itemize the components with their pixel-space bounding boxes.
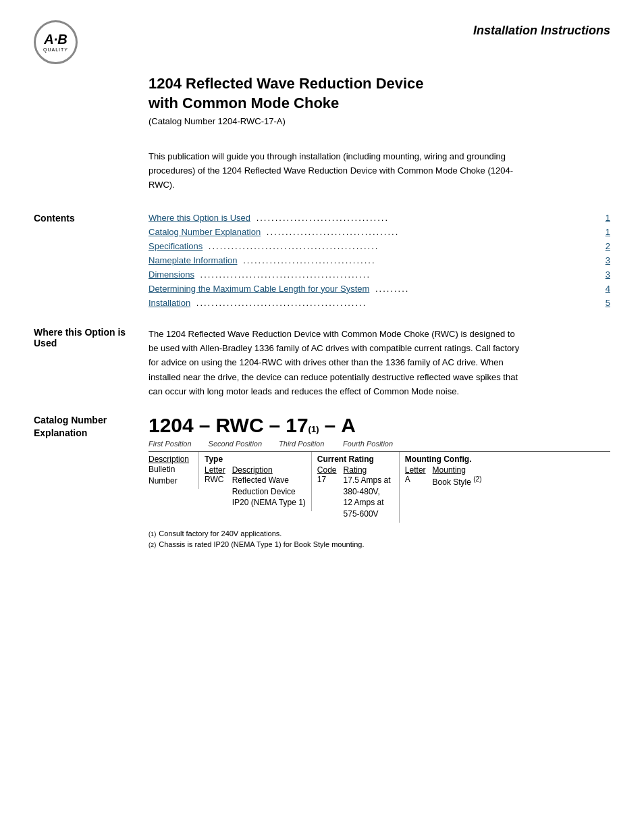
cat-sep3: –: [325, 414, 336, 437]
cat-pos3-italic-wrap: Third Position: [279, 438, 326, 448]
cat-pos1-detail: Description BulletinNumber: [149, 452, 199, 490]
cat-pos4-code: A: [341, 414, 356, 437]
cat-pos4-detail: Mounting Config. Letter A Mounting Book …: [400, 452, 487, 491]
catalog-explanation-section: Catalog Number Explanation 1204 – RWC – …: [34, 414, 610, 548]
where-used-text: The 1204 Reflected Wave Reduction Device…: [149, 327, 527, 399]
cat-pos1-number: 1204: [149, 414, 194, 437]
cat-pos1-italic: First Position: [149, 440, 192, 448]
contents-label: Contents: [34, 213, 149, 312]
toc-page-2[interactable]: 1: [606, 227, 610, 237]
cat-pos3-col-header1: Code: [317, 465, 337, 475]
cat-pos1-col-value: BulletinNumber: [149, 464, 193, 487]
cat-pos3-code: 17: [286, 414, 308, 437]
toc-page-6[interactable]: 4: [606, 284, 610, 294]
logo-circle: A·B QUALITY: [34, 20, 78, 64]
where-used-label: Where this Option is Used: [34, 327, 149, 399]
toc-item-6: Determining the Maximum Cable Length for…: [149, 284, 610, 294]
cat-pos2-col-header1: Letter: [205, 465, 225, 475]
cat-pos2-col-header2: Description: [232, 465, 306, 475]
toc-dots-3: ........................................…: [205, 241, 603, 251]
toc-item-3: Specifications .........................…: [149, 241, 610, 251]
cat-pos3-col-value1: 17: [317, 475, 337, 484]
cat-pos4-col-value1: A: [405, 475, 426, 484]
toc-item-7: Installation ...........................…: [149, 298, 610, 308]
toc-link-1[interactable]: Where this Option is Used: [149, 213, 250, 223]
cat-pos4-italic: Fourth Position: [343, 440, 393, 448]
cat-pos4-letter-col: Letter A: [405, 465, 426, 488]
logo-ab-text: A·B: [44, 32, 67, 46]
cat-pos4-superscript: (2): [473, 475, 481, 483]
main-title-section: 1204 Reflected Wave Reduction Device wit…: [149, 74, 610, 192]
cat-pos2-italic: Second Position: [209, 440, 263, 448]
where-used-content: The 1204 Reflected Wave Reduction Device…: [149, 327, 610, 399]
cat-pos1-italic-wrap: First Position: [149, 438, 192, 448]
cat-pos4-col-value2: Book Style (2): [433, 475, 482, 488]
cat-sep1: –: [199, 414, 211, 437]
cat-pos4-mounting-col: Mounting Book Style (2): [433, 465, 482, 488]
cat-pos4-sub-header: Mounting Config.: [405, 454, 482, 464]
cat-pos2-code: RWC: [215, 414, 263, 437]
main-title: 1204 Reflected Wave Reduction Device wit…: [149, 74, 610, 113]
toc-link-4[interactable]: Nameplate Information: [149, 255, 238, 265]
toc-dots-1: ...................................: [252, 213, 603, 223]
cat-pos4-col-header2: Mounting: [433, 465, 482, 475]
toc-item-5: Dimensions .............................…: [149, 269, 610, 280]
toc-dots-4: ...................................: [240, 255, 603, 265]
toc-item-4: Nameplate Information ..................…: [149, 255, 610, 265]
toc-dots-6: .........: [371, 284, 603, 294]
cat-pos3-col-value2: 17.5 Amps at380-480V,12 Amps at575-600V: [344, 475, 391, 520]
toc-dots-5: ........................................…: [196, 269, 603, 280]
toc-link-3[interactable]: Specifications: [149, 241, 203, 251]
where-used-section: Where this Option is Used The 1204 Refle…: [34, 327, 610, 399]
toc-item-2: Catalog Number Explanation .............…: [149, 227, 610, 237]
cat-details-row: Description BulletinNumber Type Letter R…: [149, 451, 610, 523]
cat-pos1-col-header: Description: [149, 454, 193, 464]
catalog-subtitle: (Catalog Number 1204-RWC-17-A): [149, 116, 610, 126]
cat-pos2-letter-col: Letter RWC: [205, 465, 225, 509]
page: A·B QUALITY Installation Instructions 12…: [0, 0, 644, 834]
catalog-explanation-label: Catalog Number Explanation: [34, 414, 149, 548]
intro-text: This publication will guide you through …: [149, 150, 513, 192]
catalog-explanation-content: 1204 – RWC – 17 (1) – A First Position S…: [149, 414, 610, 548]
fn2-num: (2): [149, 542, 156, 548]
cat-pos3-italic: Third Position: [279, 440, 324, 448]
cat-pos3-superscript: (1): [308, 424, 319, 434]
cat-pos2-col-value2: Reflected WaveReduction DeviceIP20 (NEMA…: [232, 475, 306, 509]
footnotes: (1) Consult factory for 240V application…: [149, 529, 610, 548]
cat-pos3-col-header2: Rating: [344, 465, 391, 475]
toc-link-6[interactable]: Determining the Maximum Cable Length for…: [149, 284, 369, 294]
fn2-text: Chassis is rated IP20 (NEMA Type 1) for …: [159, 540, 364, 548]
cat-pos2-desc-col: Description Reflected WaveReduction Devi…: [232, 465, 306, 509]
cat-pos4-col-header1: Letter: [405, 465, 426, 475]
cat-pos3-detail: Current Rating Code 17 Rating 17.5 Amps …: [312, 452, 400, 523]
toc-link-7[interactable]: Installation: [149, 298, 190, 308]
toc-page-1[interactable]: 1: [606, 213, 610, 223]
toc-page-3[interactable]: 2: [606, 241, 610, 251]
fn1-text: Consult factory for 240V applications.: [159, 529, 281, 538]
cat-pos2-detail: Type Letter RWC Description Reflected Wa…: [199, 452, 312, 511]
logo: A·B QUALITY: [34, 20, 81, 68]
cat-pos2-type-header: Type: [205, 454, 306, 464]
toc-list: Where this Option is Used ..............…: [149, 213, 610, 312]
cat-sep2: –: [269, 414, 281, 437]
header-title: Installation Instructions: [473, 24, 610, 38]
toc-page-4[interactable]: 3: [606, 255, 610, 265]
cat-pos2-cols: Letter RWC Description Reflected WaveRed…: [205, 465, 306, 509]
logo-quality-text: QUALITY: [43, 47, 68, 52]
toc-page-7[interactable]: 5: [606, 298, 610, 308]
cat-pos3-sub-header: Current Rating: [317, 454, 394, 464]
fn1-num: (1): [149, 531, 156, 538]
toc-dots-7: ........................................…: [192, 298, 603, 308]
footnote-2: (2) Chassis is rated IP20 (NEMA Type 1) …: [149, 540, 610, 548]
header: A·B QUALITY Installation Instructions: [34, 20, 610, 68]
toc-link-2[interactable]: Catalog Number Explanation: [149, 227, 261, 237]
toc-page-5[interactable]: 3: [606, 269, 610, 280]
cat-pos3-rating-col: Rating 17.5 Amps at380-480V,12 Amps at57…: [344, 465, 391, 520]
footnote-1: (1) Consult factory for 240V application…: [149, 529, 610, 538]
toc-dots-2: ...................................: [263, 227, 603, 237]
toc-link-5[interactable]: Dimensions: [149, 269, 194, 280]
cat-pos4-cols: Letter A Mounting Book Style (2): [405, 465, 482, 488]
contents-section: Contents Where this Option is Used .....…: [34, 213, 610, 312]
cat-number-display: 1204 – RWC – 17 (1) – A: [149, 414, 610, 437]
toc-item-1: Where this Option is Used ..............…: [149, 213, 610, 223]
